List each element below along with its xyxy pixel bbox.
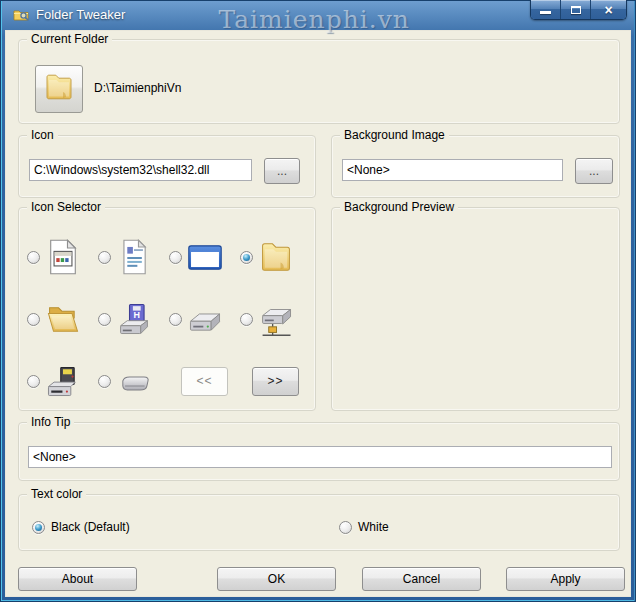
current-folder-label: Current Folder xyxy=(27,32,112,46)
white-radio-label: White xyxy=(358,520,389,534)
black-radio[interactable] xyxy=(32,521,45,534)
current-folder-button[interactable] xyxy=(35,65,83,113)
radio-removable-drive-icon[interactable] xyxy=(98,375,111,388)
icon-option-removable-drive-icon[interactable] xyxy=(98,350,169,412)
network-drive-icon xyxy=(256,299,296,339)
white-radio[interactable] xyxy=(339,521,352,534)
about-button[interactable]: About xyxy=(18,567,137,591)
document-icon xyxy=(114,237,154,277)
icon-option-folder-closed-icon[interactable] xyxy=(240,226,311,288)
radio-folder-open-icon[interactable] xyxy=(27,313,40,326)
hdd-icon xyxy=(185,299,225,339)
info-tip-input[interactable] xyxy=(28,446,612,468)
prev-icons-button[interactable]: << xyxy=(181,367,228,396)
icon-selector-label: Icon Selector xyxy=(27,200,105,214)
titlebar[interactable]: Folder Tweaker × xyxy=(0,0,636,30)
hdd-floppy-icon: H xyxy=(114,299,154,339)
close-icon: × xyxy=(604,3,612,17)
icon-option-hdd-icon[interactable] xyxy=(169,288,240,350)
background-image-group: Background Image ... xyxy=(331,135,620,198)
floppy-drive-icon xyxy=(43,361,83,401)
radio-floppy-drive-icon[interactable] xyxy=(27,375,40,388)
icon-selector-grid: H<<>> xyxy=(27,226,311,412)
text-color-option-white[interactable]: White xyxy=(339,520,389,534)
radio-network-drive-icon[interactable] xyxy=(240,313,253,326)
text-color-group: Text color Black (Default) White xyxy=(18,494,620,551)
folder-tweaker-window: Folder Tweaker × Taimienphi.vn Current F… xyxy=(0,0,636,602)
radio-hdd-icon[interactable] xyxy=(169,313,182,326)
folder-icon xyxy=(42,70,76,108)
window-title: Folder Tweaker xyxy=(36,7,125,22)
app-folder-tool-icon xyxy=(13,7,29,23)
icon-option-folder-open-icon[interactable] xyxy=(27,288,98,350)
icon-option-window-icon[interactable] xyxy=(169,226,240,288)
folder-closed-icon xyxy=(256,237,296,277)
icon-selector-group: Icon Selector H<<>> xyxy=(18,207,316,411)
apply-button[interactable]: Apply xyxy=(506,567,625,591)
background-image-input[interactable] xyxy=(342,159,563,181)
current-folder-path: D:\TaimienphiVn xyxy=(94,81,181,95)
radio-folder-closed-icon[interactable] xyxy=(240,251,253,264)
window-icon xyxy=(185,237,225,277)
radio-document-icon[interactable] xyxy=(98,251,111,264)
radio-window-icon[interactable] xyxy=(169,251,182,264)
removable-drive-icon xyxy=(114,361,154,401)
black-radio-label: Black (Default) xyxy=(51,520,130,534)
icon-path-input[interactable] xyxy=(29,159,252,181)
minimize-button[interactable] xyxy=(531,0,561,19)
radio-application-file-icon[interactable] xyxy=(27,251,40,264)
icon-option-document-icon[interactable] xyxy=(98,226,169,288)
background-preview-group: Background Preview xyxy=(331,207,620,411)
next-icons-cell: >> xyxy=(240,350,311,412)
close-button[interactable]: × xyxy=(591,0,626,19)
background-preview-label: Background Preview xyxy=(340,200,458,214)
ok-button[interactable]: OK xyxy=(217,567,336,591)
maximize-button[interactable] xyxy=(561,0,591,19)
maximize-icon xyxy=(571,6,581,14)
icon-group-label: Icon xyxy=(27,128,58,142)
icon-browse-button[interactable]: ... xyxy=(264,158,300,184)
folder-open-icon xyxy=(43,299,83,339)
background-image-label: Background Image xyxy=(340,128,449,142)
window-controls: × xyxy=(530,0,627,20)
minimize-icon xyxy=(540,11,551,14)
icon-option-floppy-drive-icon[interactable] xyxy=(27,350,98,412)
application-file-icon xyxy=(43,237,83,277)
cancel-button[interactable]: Cancel xyxy=(362,567,481,591)
info-tip-group: Info Tip xyxy=(18,422,620,481)
icon-option-network-drive-icon[interactable] xyxy=(240,288,311,350)
background-image-browse-button[interactable]: ... xyxy=(575,158,613,184)
current-folder-group: Current Folder D:\Taimienphi xyxy=(18,39,620,124)
next-icons-button[interactable]: >> xyxy=(252,367,299,396)
icon-group: Icon ... xyxy=(18,135,316,198)
dialog-body: Current Folder D:\Taimienphi xyxy=(5,30,631,597)
text-color-option-black[interactable]: Black (Default) xyxy=(32,520,130,534)
icon-option-application-file-icon[interactable] xyxy=(27,226,98,288)
icon-option-hdd-floppy-icon[interactable]: H xyxy=(98,288,169,350)
text-color-label: Text color xyxy=(27,487,86,501)
prev-icons-cell: << xyxy=(169,350,240,412)
svg-text:H: H xyxy=(134,310,140,320)
radio-hdd-floppy-icon[interactable] xyxy=(98,313,111,326)
info-tip-label: Info Tip xyxy=(27,415,74,429)
